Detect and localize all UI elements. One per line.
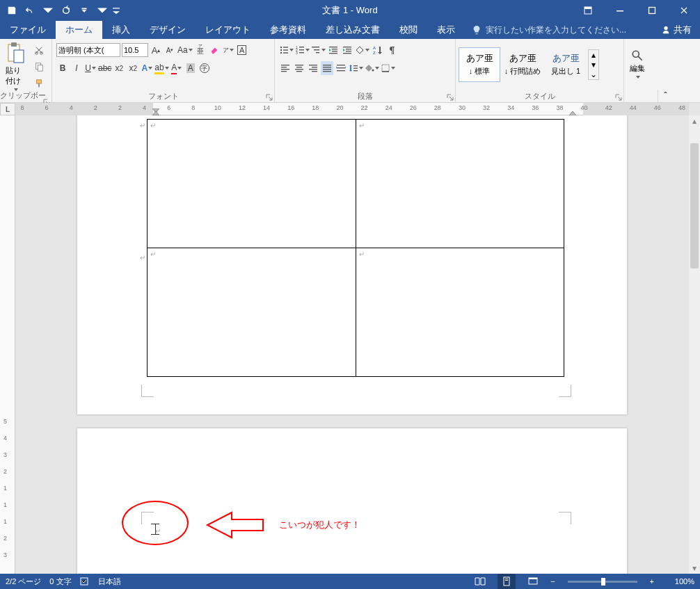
align-left-button[interactable]: [279, 61, 292, 75]
tab-view[interactable]: 表示: [427, 21, 465, 39]
text-effects-button[interactable]: A: [141, 61, 153, 75]
line-spacing-button[interactable]: [349, 61, 363, 75]
zoom-in-button[interactable]: +: [650, 577, 654, 586]
char-border-button[interactable]: A: [236, 43, 248, 57]
document-table[interactable]: ↵↵ ↵↵: [147, 119, 564, 377]
dialog-launcher-icon[interactable]: [447, 94, 454, 101]
qat-customize-icon[interactable]: [77, 3, 92, 18]
redo-icon[interactable]: [58, 3, 74, 18]
chevron-up-icon[interactable]: ▴: [589, 50, 598, 60]
style-normal[interactable]: あア亜 ↓ 標準: [459, 47, 500, 82]
clear-format-button[interactable]: [208, 43, 221, 57]
grow-font-button[interactable]: A▴: [150, 43, 162, 57]
tab-layout[interactable]: レイアウト: [196, 21, 260, 39]
table-cell[interactable]: ↵: [356, 248, 564, 377]
multilevel-button[interactable]: [311, 43, 326, 57]
share-button[interactable]: 共有: [653, 21, 700, 39]
tab-home[interactable]: ホーム: [56, 21, 102, 39]
dialog-launcher-icon[interactable]: [615, 94, 622, 101]
distribute-button[interactable]: [335, 61, 347, 75]
undo-dropdown-icon[interactable]: [40, 3, 56, 18]
shrink-font-button[interactable]: A▾: [164, 43, 176, 57]
font-name-input[interactable]: [56, 43, 120, 57]
tab-review[interactable]: 校閲: [390, 21, 427, 39]
minimize-icon[interactable]: [604, 0, 636, 21]
format-painter-button[interactable]: [32, 76, 46, 90]
close-icon[interactable]: [668, 0, 700, 21]
style-nospacing[interactable]: あア亜 ↓ 行間詰め: [502, 47, 543, 82]
status-page[interactable]: 2/2 ページ: [6, 576, 41, 587]
style-heading1[interactable]: あア亜 見出し 1: [545, 47, 587, 82]
horizontal-ruler[interactable]: 8642246810121416182022242628303234363840…: [15, 103, 689, 115]
tab-insert[interactable]: 挿入: [102, 21, 140, 39]
char-shading-button[interactable]: A: [184, 61, 197, 75]
italic-button[interactable]: I: [70, 61, 83, 75]
undo-icon[interactable]: [22, 3, 38, 18]
cut-button[interactable]: [32, 43, 46, 57]
scroll-up-icon[interactable]: ▴: [689, 115, 700, 127]
bold-button[interactable]: B: [56, 61, 69, 75]
superscript-button[interactable]: x2: [127, 61, 139, 75]
style-gallery-nav[interactable]: ▴ ▾ ⌄: [588, 49, 599, 80]
view-print-icon[interactable]: [498, 574, 516, 589]
window-controls: [572, 0, 700, 21]
font-color-button[interactable]: A: [170, 61, 183, 75]
subscript-button[interactable]: x2: [113, 61, 125, 75]
dialog-launcher-icon[interactable]: [266, 94, 273, 101]
scroll-down-icon[interactable]: ▾: [689, 563, 700, 574]
numbering-button[interactable]: 123: [295, 43, 310, 57]
tab-mailings[interactable]: 差し込み文書: [316, 21, 390, 39]
tell-me-box[interactable]: 実行したい作業を入力してください...: [465, 21, 653, 39]
align-right-button[interactable]: [307, 61, 319, 75]
collapse-ribbon-icon[interactable]: ˆ: [658, 90, 673, 102]
vertical-scrollbar[interactable]: ▴ ▾: [689, 115, 700, 574]
show-marks-button[interactable]: [385, 43, 397, 57]
underline-button[interactable]: U: [84, 61, 97, 75]
highlight-button[interactable]: ab: [154, 61, 168, 75]
tab-file[interactable]: ファイル: [0, 21, 56, 39]
copy-button[interactable]: [32, 60, 46, 74]
table-cell[interactable]: ↵: [148, 120, 356, 248]
maximize-icon[interactable]: [636, 0, 668, 21]
chevron-down-icon[interactable]: ▾: [589, 60, 598, 70]
phonetic-guide-button[interactable]: 亜ア: [194, 43, 207, 57]
ribbon-display-icon[interactable]: [572, 0, 604, 21]
sort-button[interactable]: AZ: [371, 43, 383, 57]
view-web-icon[interactable]: [524, 574, 542, 589]
table-cell[interactable]: ↵: [356, 120, 564, 248]
view-read-icon[interactable]: [471, 574, 489, 589]
status-proofing-icon[interactable]: [80, 576, 90, 586]
strikethrough-button[interactable]: abc: [98, 61, 111, 75]
borders-button[interactable]: [381, 61, 395, 75]
increase-indent-button[interactable]: [341, 43, 353, 57]
zoom-level[interactable]: 100%: [662, 577, 694, 586]
shading-button[interactable]: [365, 61, 379, 75]
status-wordcount[interactable]: 0 文字: [49, 576, 71, 587]
scroll-thumb[interactable]: [690, 143, 699, 268]
zoom-slider[interactable]: [568, 581, 637, 583]
save-icon[interactable]: [4, 3, 19, 18]
paste-button[interactable]: 貼り付け: [3, 40, 28, 93]
decrease-indent-button[interactable]: [327, 43, 340, 57]
zoom-out-button[interactable]: −: [550, 577, 555, 586]
tab-design[interactable]: デザイン: [140, 21, 196, 39]
status-language[interactable]: 日本語: [98, 576, 121, 587]
vertical-ruler[interactable]: 543211123: [0, 115, 15, 574]
zoom-knob[interactable]: [601, 578, 605, 586]
svg-rect-7: [11, 42, 17, 47]
enclose-chars-button[interactable]: ア: [222, 43, 234, 57]
qat-more-icon[interactable]: [95, 3, 110, 18]
table-cell[interactable]: ↵: [148, 248, 356, 377]
editing-button[interactable]: 編集: [627, 48, 648, 81]
font-size-input[interactable]: [122, 43, 148, 57]
tab-selector[interactable]: L: [0, 103, 15, 115]
justify-button[interactable]: [321, 61, 333, 75]
style-expand-icon[interactable]: ⌄: [589, 70, 598, 79]
align-center-button[interactable]: [293, 61, 305, 75]
bullets-button[interactable]: [279, 43, 294, 57]
change-case-button[interactable]: Aa: [177, 43, 193, 57]
enclose-circle-button[interactable]: 字: [198, 61, 211, 75]
asian-layout-button[interactable]: [355, 43, 369, 57]
tab-references[interactable]: 参考資料: [260, 21, 316, 39]
document-canvas[interactable]: ↵ ↵ ↵↵ ↵↵ ↵ こいつが犯人です！: [15, 115, 689, 574]
